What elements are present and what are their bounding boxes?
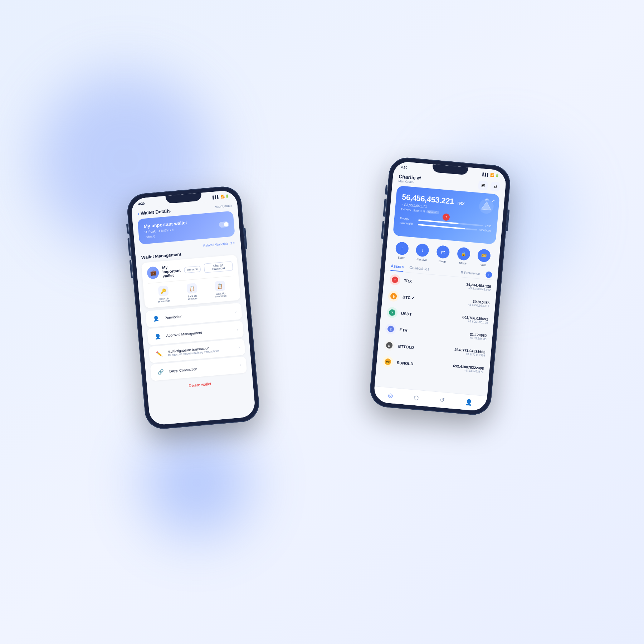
nav-chain-left: MainChain <box>214 203 232 209</box>
bandwidth-value: 4000/5000 <box>479 229 491 232</box>
left-phone: 4:20 ▌▌▌ 📶 🔋 ‹ Wallet Details MainChain <box>126 185 260 430</box>
change-password-button[interactable]: Change Password <box>204 261 233 273</box>
eth-values: 21.174682 ≈$ 85,885.35 <box>469 332 487 341</box>
add-asset-button[interactable]: + <box>486 271 493 278</box>
energy-value: 37/60 <box>485 224 491 228</box>
tron-center-icon: T <box>442 213 450 221</box>
usdt-name: USDT <box>401 311 459 321</box>
rename-button[interactable]: Rename <box>184 265 201 273</box>
assets-nav-icon: ◎ <box>387 392 393 399</box>
wallet-management-card: 💼 My important wallet Rename Change Pass… <box>141 255 241 308</box>
bttold-values: 2648771.04328662 ≈$ 6.77419355 <box>454 347 486 357</box>
approval-icon: 👤 <box>152 331 163 342</box>
nav-history[interactable]: ↺ <box>439 396 445 404</box>
bttold-name: BTTOLD <box>398 344 451 353</box>
sunold-icon: 😎 <box>382 356 394 368</box>
svg-text:😎: 😎 <box>386 360 390 365</box>
btc-values: 30.810455 ≈$ 1555,934.813 <box>468 299 490 308</box>
send-icon: ↑ <box>395 241 409 255</box>
dapp-icon: 🔗 <box>155 366 166 377</box>
swap-label: Swap <box>439 259 446 263</box>
eth-name: ETH <box>399 328 466 338</box>
vote-icon: 🎫 <box>477 249 491 263</box>
bttold-icon: B <box>384 340 395 351</box>
wallet-mgmt-name: My important wallet <box>162 264 181 278</box>
backup-mnemonic[interactable]: 📋 Back Upmnemonic <box>214 280 226 298</box>
eth-icon: Ξ <box>385 323 397 335</box>
sort-icon: ⇅ <box>460 270 464 274</box>
action-send[interactable]: ↑ Send <box>395 241 409 260</box>
switch-wallet-icon[interactable]: ⇄ <box>490 181 500 191</box>
wallet-avatar: 💼 <box>147 266 160 279</box>
left-phone-screen: 4:20 ▌▌▌ 📶 🔋 ‹ Wallet Details MainChain <box>131 190 256 425</box>
btc-name: BTC ✓ <box>402 294 464 304</box>
btc-icon: ₿ <box>388 291 400 302</box>
tab-collectibles[interactable]: Collectibles <box>409 263 430 274</box>
sunold-name: SUNOLD <box>396 360 449 369</box>
stake-icon: 🔒 <box>457 247 470 261</box>
user-info: Charlie ⇄ MainChain <box>398 174 421 185</box>
scan-icon[interactable]: ⊞ <box>478 180 488 190</box>
page-title-left: Wallet Details <box>140 208 171 216</box>
dapp-label: DApp Connection <box>169 367 197 373</box>
right-phone: 4:20 ▌▌▌ 📶 🔋 Charlie ⇄ MainChain ⊞ <box>369 156 512 416</box>
multisig-arrow: › <box>238 345 240 350</box>
preference-label: Preference <box>464 271 480 276</box>
permission-icon: 👤 <box>151 313 161 324</box>
tab-assets[interactable]: Assets <box>390 262 404 272</box>
trx-name: TRX <box>404 278 463 288</box>
permission-arrow: › <box>235 309 237 314</box>
time-left: 4:20 <box>138 202 145 206</box>
svg-text:Ξ: Ξ <box>390 327 392 331</box>
status-icons-right: ▌▌▌ 📶 🔋 <box>482 172 499 177</box>
wallet-addr-short: THPwer...5wtYC <box>401 208 422 213</box>
tron-logo-decoration <box>478 198 495 215</box>
stake-label: Stake <box>459 261 467 265</box>
assets-list: T TRX 34,234,453.126 ≈$ 2,760,842.982 ₿ … <box>375 270 497 386</box>
time-right: 4:20 <box>401 165 408 170</box>
energy-label: Energy <box>400 217 416 221</box>
usdt-values: 602,786.035091 ≈$ 606,000.199 <box>462 315 488 325</box>
backup-keystore[interactable]: 📋 Back Upkeystore <box>186 283 198 300</box>
nav-profile[interactable]: 👤 <box>465 399 473 406</box>
receive-label: Receive <box>416 258 427 262</box>
back-arrow-icon[interactable]: ‹ <box>137 210 140 216</box>
action-stake[interactable]: 🔒 Stake <box>456 247 470 265</box>
backup-keystore-icon: 📋 <box>186 283 197 294</box>
svg-text:B: B <box>388 344 391 347</box>
usdt-icon: ₮ <box>386 307 398 318</box>
receive-icon: ↓ <box>415 243 429 257</box>
right-phone-screen: 4:20 ▌▌▌ 📶 🔋 Charlie ⇄ MainChain ⊞ <box>373 161 507 412</box>
non-hd-badge: Non-HD <box>426 210 439 214</box>
vote-label: Vote <box>480 263 486 267</box>
nav-assets[interactable]: ◎ <box>387 392 393 399</box>
send-label: Send <box>398 256 405 260</box>
trx-values: 34,234,453.126 ≈$ 2,760,842.982 <box>466 282 491 292</box>
trx-icon: T <box>389 274 401 286</box>
approval-arrow: › <box>236 327 238 332</box>
collectibles-nav-icon: ⬡ <box>414 394 419 401</box>
backup-key-icon: 🔑 <box>158 286 169 296</box>
sunold-values: 692.418878222498 ≈$ 13.5483871 <box>453 364 484 374</box>
action-swap[interactable]: ⇄ Swap <box>436 245 450 264</box>
backup-mnemonic-icon: 📋 <box>214 280 225 291</box>
preference-button[interactable]: ⇅ Preference <box>460 270 480 276</box>
nav-collectibles[interactable]: ⬡ <box>414 394 419 401</box>
header-icons: ⊞ ⇄ <box>478 180 500 191</box>
bottom-nav: ◎ ⬡ ↺ 👤 <box>373 386 487 411</box>
status-icons-left: ▌▌▌ 📶 🔋 <box>213 194 230 199</box>
energy-bandwidth: T Energy 37/60 Bandwidth <box>400 217 492 233</box>
backup-private-key[interactable]: 🔑 Back Upprivate key <box>157 286 171 303</box>
action-vote[interactable]: 🎫 Vote <box>477 249 491 267</box>
copy-addr-icon[interactable]: ⎘ <box>423 210 425 213</box>
bandwidth-label: Bandwidth <box>400 221 416 226</box>
balance-currency: TRX <box>457 201 465 206</box>
profile-nav-icon: 👤 <box>465 399 473 406</box>
action-receive[interactable]: ↓ Receive <box>415 243 429 262</box>
balance-card: 👁 ↗ 56,456,453.221 TRX ≈ $3,951,951.71 T… <box>393 185 500 244</box>
permission-label: Permission <box>165 314 182 319</box>
multisig-icon: ✏️ <box>154 349 165 360</box>
copy-icon[interactable]: ⎘ <box>172 228 174 231</box>
nav-left-group[interactable]: ‹ Wallet Details <box>137 208 171 216</box>
history-nav-icon: ↺ <box>439 396 445 404</box>
